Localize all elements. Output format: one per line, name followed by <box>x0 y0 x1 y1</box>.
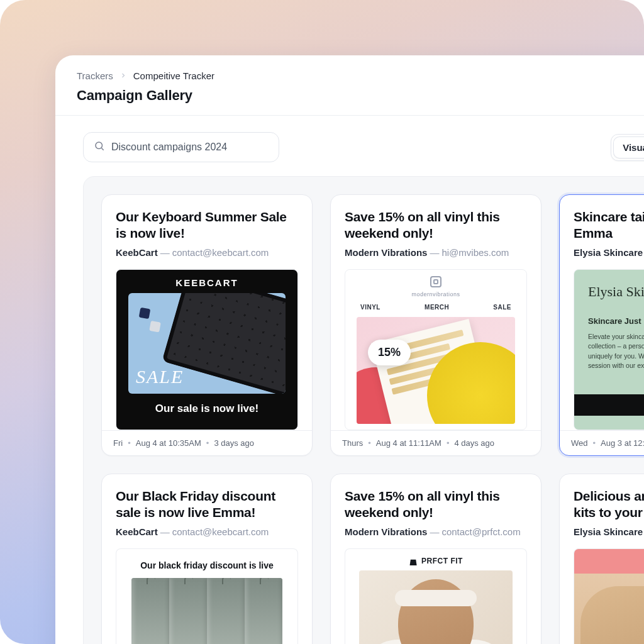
preview-headline: Our black friday discount is live <box>116 549 297 578</box>
discount-pill: 15% <box>368 340 411 365</box>
campaign-card[interactable]: Our Keyboard Summer Sale is now live! Ke… <box>101 194 313 456</box>
card-title: Our Keyboard Summer Sale is now live! <box>116 209 298 241</box>
preview-body: Elevate your skincare routine with our L… <box>588 332 644 370</box>
svg-point-0 <box>96 142 103 149</box>
campaign-card[interactable]: Save 15% on all vinyl this weekend only!… <box>330 474 541 644</box>
card-meta: Thurs• Aug 4 at 11:11AM• 4 days ago <box>331 430 541 455</box>
card-sender: KeebCart—contact@keebcart.com <box>116 526 298 537</box>
card-sender: KeebCart—contact@keebcart.com <box>116 247 298 258</box>
view-mode-visual[interactable]: Visual Mode <box>614 137 644 158</box>
card-sender: Elysia Skincare— <box>574 247 644 258</box>
breadcrumb-root[interactable]: Trackers <box>77 70 113 81</box>
campaign-card[interactable]: Delicious and healthy dinner kits to you… <box>559 474 644 644</box>
card-preview: modernvibrations VINYL MERCH SALE <box>345 269 527 430</box>
card-preview: Elysia Skincare Skincare Just For You El… <box>574 269 644 430</box>
card-preview: KEEBCART SALE Our sale is now live! <box>116 269 298 430</box>
card-preview: easy <box>574 548 644 644</box>
preview-subhead: Skincare Just For You <box>588 316 644 326</box>
card-preview: PRFCT FIT <box>345 548 527 644</box>
preview-logo: KEEBCART <box>175 270 238 293</box>
card-meta: Fri• Aug 4 at 10:35AM• 3 days ago <box>102 430 312 455</box>
preview-tagline: Our sale is now live! <box>155 394 258 425</box>
card-sender: Modern Vibrations—hi@mvibes.com <box>345 247 527 258</box>
card-sender: Modern Vibrations—contact@prfct.com <box>345 526 527 537</box>
preview-tab: SALE <box>493 304 511 311</box>
preview-brand: Elysia Skincare <box>588 284 644 300</box>
bag-icon <box>409 557 418 565</box>
card-sender: Elysia Skincare— <box>574 526 644 537</box>
chevron-right-icon <box>119 70 127 81</box>
preview-brand: modernvibrations <box>345 291 526 297</box>
card-title: Save 15% on all vinyl this weekend only! <box>345 209 527 241</box>
page-title: Campaign Gallery <box>77 87 644 104</box>
view-mode-toggle: Visual Mode List View <box>611 134 644 161</box>
svg-line-1 <box>101 148 103 150</box>
breadcrumb: Trackers Compeitive Tracker <box>77 70 644 81</box>
search-input-wrapper[interactable] <box>83 132 279 162</box>
card-title: Delicious and healthy dinner kits to you… <box>574 488 644 520</box>
sale-overlay-text: SALE <box>136 366 184 387</box>
card-preview: Our black friday discount is live <box>116 548 298 644</box>
card-meta: Wed• Aug 3 at 12:29AM <box>560 430 644 455</box>
preview-cta: Explore now <box>574 394 644 416</box>
preview-tab: MERCH <box>425 304 449 311</box>
search-icon <box>94 140 105 154</box>
breadcrumb-current: Compeitive Tracker <box>133 70 214 81</box>
brand-mark-icon <box>430 276 441 287</box>
search-input[interactable] <box>111 142 269 153</box>
card-title: Our Black Friday discount sale is now li… <box>116 488 298 520</box>
preview-tab: VINYL <box>360 304 380 311</box>
card-title: Skincare tailored for you Emma <box>574 209 644 241</box>
campaign-card[interactable]: Save 15% on all vinyl this weekend only!… <box>330 194 541 456</box>
card-title: Save 15% on all vinyl this weekend only! <box>345 488 527 520</box>
campaign-card[interactable]: Skincare tailored for you Emma Elysia Sk… <box>559 194 644 456</box>
preview-brand: PRFCT FIT <box>421 557 463 565</box>
campaign-card[interactable]: Our Black Friday discount sale is now li… <box>101 474 313 644</box>
